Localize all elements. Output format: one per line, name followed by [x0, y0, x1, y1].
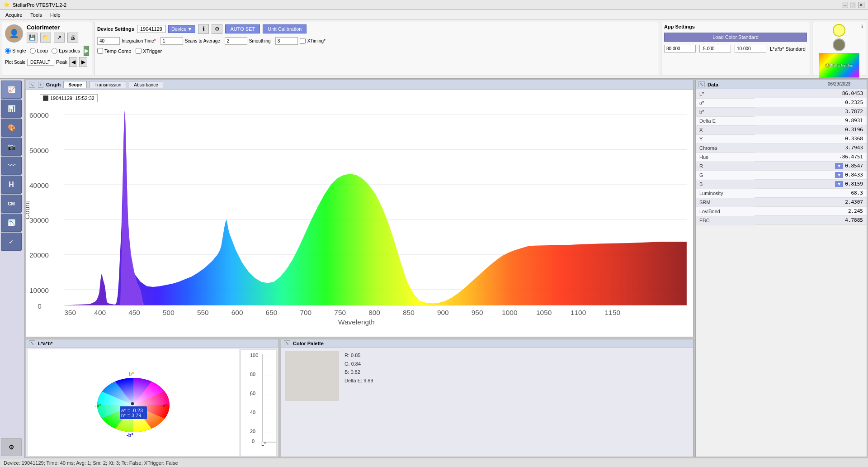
tab-scope[interactable]: Scope — [63, 81, 87, 88]
graph-add-button[interactable]: + — [38, 82, 43, 88]
xtiming-checkbox[interactable] — [300, 38, 306, 44]
device-info-button[interactable]: ℹ — [198, 24, 209, 34]
svg-text:1050: 1050 — [536, 309, 552, 316]
sidebar-wave-icon[interactable]: 〰 — [1, 157, 22, 175]
smoothing-input[interactable] — [225, 37, 247, 45]
window-controls[interactable]: ─ □ ✕ — [842, 2, 864, 8]
table-row: G▼0.8433 — [696, 171, 867, 180]
graph-area: 19041129; 15:52:32 60000 50000 40000 300… — [26, 90, 693, 337]
xtiming-input[interactable] — [275, 37, 298, 45]
scans-to-average-label: Scans to Average — [185, 38, 220, 43]
data-label: X — [696, 125, 755, 134]
sidebar-camera-icon[interactable]: 📷 — [1, 138, 22, 156]
svg-text:1100: 1100 — [571, 309, 586, 316]
peak-left-button[interactable]: ◀ — [69, 57, 77, 67]
svg-text:60000: 60000 — [29, 111, 49, 119]
graph-title: Graph — [46, 82, 61, 87]
tab-absorbance[interactable]: Absorbance — [129, 81, 163, 88]
app-settings-section: App Settings Load Color Standard L*a*b* … — [661, 22, 810, 76]
palette-delta-e: Delta E: 9.89 — [344, 376, 373, 385]
table-row: LoviBond2.245 — [696, 207, 867, 216]
app-field2[interactable] — [699, 45, 731, 52]
rgb-dropdown-r[interactable]: ▼ — [835, 163, 843, 169]
svg-text:1150: 1150 — [605, 309, 620, 316]
sidebar-check-icon[interactable]: ✓ — [1, 233, 22, 251]
app-field3[interactable] — [735, 45, 766, 52]
device-settings-button[interactable]: ⚙ — [212, 24, 222, 34]
sidebar-color-icon[interactable]: 🎨 — [1, 119, 22, 137]
sidebar-settings-icon[interactable]: ⚙ — [1, 438, 22, 456]
data-value: -0.2325 — [842, 100, 863, 105]
print-button[interactable]: 🖨 — [67, 33, 78, 43]
lamp-info-icon[interactable]: ℹ — [861, 24, 863, 29]
svg-text:30000: 30000 — [29, 216, 49, 224]
menu-acquire[interactable]: Acquire — [2, 11, 26, 19]
rgb-dropdown-b[interactable]: ▼ — [835, 181, 843, 187]
menu-tools[interactable]: Tools — [27, 11, 46, 19]
close-button[interactable]: ✕ — [858, 2, 864, 8]
radio-epsiodics[interactable]: Epsiodics — [52, 48, 80, 54]
lab-expand-button[interactable]: ⤡ — [29, 340, 35, 346]
sidebar-scope-icon[interactable]: 📈 — [1, 81, 22, 99]
rgb-dropdown-g[interactable]: ▼ — [835, 172, 843, 178]
legend-color-box — [43, 95, 48, 101]
unit-calibration-button[interactable]: Unit Calibration — [263, 24, 307, 33]
sidebar-chart2-icon[interactable]: 📉 — [1, 214, 22, 232]
table-row: SRM2.4307 — [696, 198, 867, 207]
graph-expand-button[interactable]: ⤡ — [29, 82, 35, 88]
peak-label: Peak — [56, 59, 67, 65]
play-button[interactable]: ▶ — [84, 46, 89, 56]
minimize-button[interactable]: ─ — [842, 2, 848, 8]
data-expand-button[interactable]: ⤡ — [698, 81, 705, 87]
xtrigger-checkbox[interactable]: XTrigger — [136, 48, 162, 54]
temp-comp-checkbox[interactable]: Temp Comp — [97, 48, 131, 54]
lamp-date: 06/29/2023 — [828, 81, 850, 86]
tab-transmission[interactable]: Transmission — [90, 81, 126, 88]
save-button[interactable]: 💾 — [27, 33, 38, 43]
palette-expand-button[interactable]: ⤡ — [284, 340, 290, 346]
device-id: 19041129 — [137, 25, 165, 33]
color-swatch — [285, 351, 339, 401]
auto-set-button[interactable]: AUTO SET — [225, 24, 260, 33]
share-button[interactable]: ↗ — [54, 33, 65, 43]
colorimeter-section: 👤 Colorimeter 💾 📁 ↗ 🖨 Single Loop Epsiod… — [2, 22, 92, 76]
main-content: 📈 📊 🎨 📷 〰 H CM 📉 ✓ ⚙ ⤡ + Graph Scope Tra… — [0, 79, 868, 458]
menu-help[interactable]: Help — [47, 11, 64, 19]
app-settings-title: App Settings — [664, 24, 807, 29]
device-dropdown-button[interactable]: Device ▼ — [168, 25, 196, 33]
data-label: Hue — [696, 152, 755, 162]
lab-panel-header: ⤡ L*a*b* — [26, 339, 278, 348]
scans-to-average-input[interactable] — [160, 37, 183, 45]
app-field1[interactable] — [664, 45, 696, 52]
data-label: R — [696, 162, 755, 171]
avatar: 👤 — [5, 24, 23, 43]
peak-right-button[interactable]: ▶ — [79, 57, 87, 67]
data-value: -86.4751 — [839, 154, 863, 160]
lab-content: -a* a* b* -b* a* = -0.23 b* = 3.79 — [26, 348, 278, 458]
color-wheel-area: -a* a* b* -b* a* = -0.23 b* = 3.79 — [28, 349, 239, 456]
data-label: G — [696, 171, 755, 180]
svg-text:600: 600 — [231, 309, 243, 316]
status-text: Device: 19041129; Time: 40 ms; Avg: 1; S… — [4, 460, 178, 466]
palette-info: R: 0.85 G: 0.84 B: 0.82 Delta E: 9.89 — [344, 351, 373, 453]
title-bar: ⭐ StellarPro VTESTV1.2-2 ─ □ ✕ — [0, 0, 868, 10]
folder-button[interactable]: 📁 — [40, 33, 51, 43]
svg-text:650: 650 — [266, 309, 278, 316]
toolbar: 👤 Colorimeter 💾 📁 ↗ 🖨 Single Loop Epsiod… — [0, 20, 868, 79]
integration-time-input[interactable] — [97, 37, 120, 45]
bar-chart-svg: 100 80 60 40 20 0 % L* — [250, 352, 277, 447]
data-label: SRM — [696, 198, 755, 207]
sidebar-h-icon[interactable]: H — [1, 176, 22, 194]
table-row: Hue-86.4751 — [696, 152, 867, 162]
sidebar-cm-icon[interactable]: CM — [1, 195, 22, 213]
bottom-panels: ⤡ L*a*b* — [25, 338, 694, 458]
maximize-button[interactable]: □ — [850, 2, 856, 8]
data-value: 4.7885 — [845, 217, 863, 223]
table-row: Luminosity68.3 — [696, 189, 867, 198]
lamp-off-indicator — [833, 38, 845, 51]
load-color-standard-button[interactable]: Load Color Standard — [664, 33, 807, 42]
sidebar-bar-icon[interactable]: 📊 — [1, 100, 22, 118]
data-value: 3.7943 — [845, 145, 863, 151]
radio-single[interactable]: Single — [5, 48, 26, 54]
radio-loop[interactable]: Loop — [30, 48, 48, 54]
